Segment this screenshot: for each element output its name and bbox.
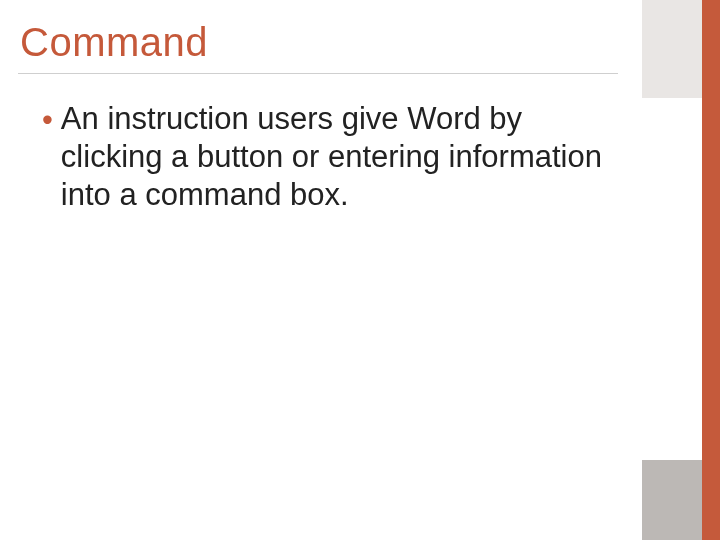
- slide-body: • An instruction users give Word by clic…: [42, 100, 602, 213]
- bullet-item: • An instruction users give Word by clic…: [42, 100, 602, 213]
- decor-top-gray-block: [642, 0, 702, 98]
- slide: Command • An instruction users give Word…: [0, 0, 720, 540]
- bullet-dot-icon: •: [42, 101, 53, 139]
- slide-title: Command: [20, 20, 208, 65]
- decor-right-orange-bar: [702, 0, 720, 540]
- title-underline: [18, 73, 618, 74]
- bullet-text: An instruction users give Word by clicki…: [61, 100, 602, 213]
- decor-bottom-gray-block: [642, 460, 702, 540]
